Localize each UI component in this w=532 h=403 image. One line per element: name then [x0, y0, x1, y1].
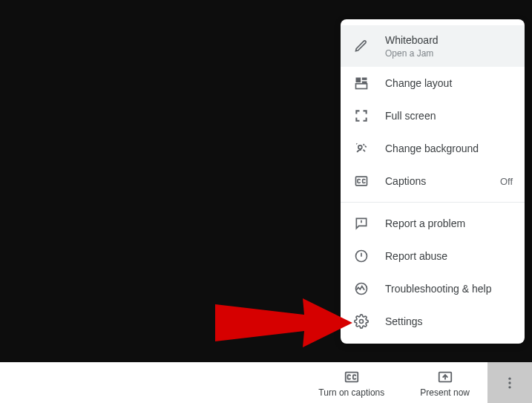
- svg-point-9: [358, 145, 362, 149]
- menu-item-whiteboard[interactable]: Whiteboard Open a Jam: [341, 25, 525, 67]
- present-icon: [436, 368, 454, 386]
- captions-status: Off: [500, 176, 513, 187]
- report-abuse-icon: [352, 247, 370, 265]
- troubleshoot-icon: [352, 280, 370, 298]
- gear-icon: [352, 312, 370, 330]
- layout-icon: [352, 74, 370, 92]
- change-layout-label: Change layout: [385, 76, 513, 91]
- svg-point-13: [360, 320, 364, 324]
- background-icon: [352, 140, 370, 157]
- menu-item-full-screen[interactable]: Full screen: [341, 99, 525, 132]
- menu-item-change-layout[interactable]: Change layout: [341, 67, 525, 99]
- full-screen-label: Full screen: [385, 108, 513, 123]
- options-menu: Whiteboard Open a Jam Change layout Full…: [341, 19, 525, 344]
- whiteboard-sublabel: Open a Jam: [385, 47, 513, 59]
- menu-item-settings[interactable]: Settings: [341, 305, 525, 338]
- menu-divider: [341, 202, 525, 203]
- captions-icon: [343, 368, 361, 386]
- captions-label: Captions: [385, 174, 494, 189]
- svg-rect-6: [362, 78, 367, 80]
- menu-item-change-background[interactable]: Change background: [341, 132, 525, 165]
- turn-on-captions-button[interactable]: Turn on captions: [301, 362, 402, 403]
- svg-rect-5: [356, 78, 361, 83]
- menu-item-troubleshooting[interactable]: Troubleshooting & help: [341, 272, 525, 305]
- feedback-icon: [352, 214, 370, 232]
- cc-icon: [352, 172, 370, 190]
- change-background-label: Change background: [385, 141, 513, 156]
- troubleshooting-label: Troubleshooting & help: [385, 281, 513, 296]
- turn-on-captions-label: Turn on captions: [318, 387, 384, 398]
- bottom-bar: Turn on captions Present now: [0, 362, 532, 403]
- whiteboard-label: Whiteboard: [385, 33, 513, 47]
- menu-item-report-abuse[interactable]: Report abuse: [341, 240, 525, 272]
- present-now-label: Present now: [420, 387, 470, 398]
- present-now-button[interactable]: Present now: [402, 362, 487, 403]
- menu-item-captions[interactable]: Captions Off: [341, 165, 525, 197]
- report-abuse-label: Report abuse: [385, 249, 513, 263]
- pencil-icon: [352, 37, 370, 55]
- fullscreen-icon: [352, 107, 370, 125]
- report-problem-label: Report a problem: [385, 216, 513, 231]
- svg-point-2: [508, 377, 510, 379]
- more-options-button[interactable]: [487, 362, 532, 403]
- svg-point-3: [508, 381, 510, 384]
- menu-item-report-problem[interactable]: Report a problem: [341, 207, 525, 240]
- settings-label: Settings: [385, 314, 513, 329]
- svg-point-4: [508, 386, 510, 388]
- more-vert-icon: [502, 376, 517, 390]
- svg-rect-8: [356, 84, 367, 89]
